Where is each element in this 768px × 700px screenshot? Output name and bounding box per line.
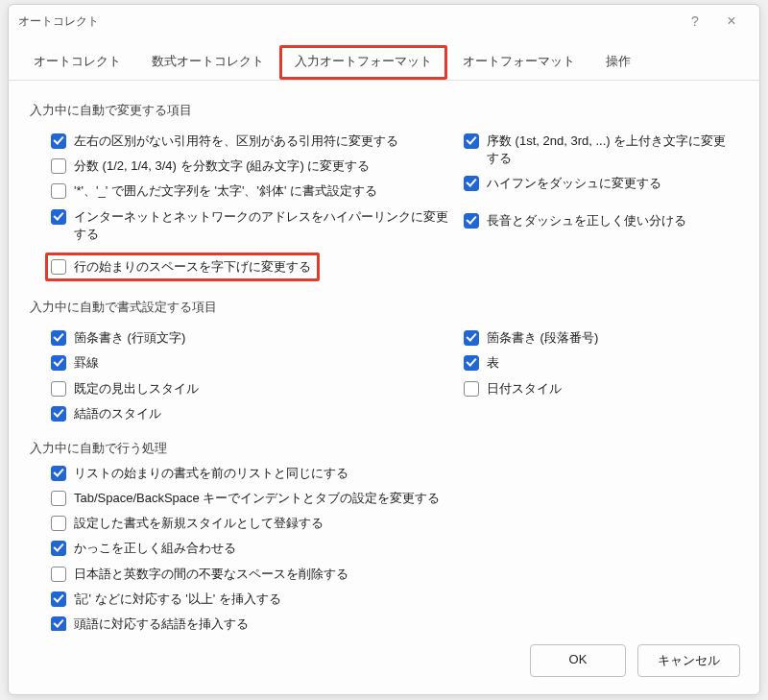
checkbox[interactable]	[464, 330, 479, 346]
checkbox[interactable]	[51, 406, 66, 422]
checkbox[interactable]	[51, 516, 66, 531]
chk-heading-styles[interactable]: 既定の見出しスタイル	[51, 380, 454, 398]
checkbox-label: 分数 (1/2, 1/4, 3/4) を分数文字 (組み文字) に変更する	[74, 157, 370, 175]
checkbox[interactable]	[51, 133, 66, 149]
checkbox[interactable]	[51, 259, 66, 275]
checkbox-label: 頭語に対応する結語を挿入する	[74, 616, 249, 631]
chk-insert-ijo[interactable]: '記' などに対応する '以上' を挿入する	[51, 591, 738, 608]
checkbox-label: 結語のスタイル	[74, 405, 161, 422]
checkbox[interactable]	[51, 616, 66, 631]
checkbox[interactable]	[51, 209, 66, 225]
chk-bold-italic[interactable]: '*'、'_' で囲んだ文字列を '太字'、'斜体' に書式設定する	[51, 182, 454, 200]
checkbox[interactable]	[51, 183, 66, 199]
chk-insert-closing-phrase[interactable]: 頭語に対応する結語を挿入する	[51, 616, 738, 631]
checkbox-label: 箇条書き (行頭文字)	[74, 329, 185, 347]
ok-button[interactable]: OK	[530, 644, 626, 677]
autocorrect-dialog: オートコレクト ? × オートコレクト 数式オートコレクト 入力オートフォーマッ…	[8, 4, 760, 695]
tab-bar: オートコレクト 数式オートコレクト 入力オートフォーマット オートフォーマット …	[9, 41, 759, 81]
section1-label: 入力中に自動で変更する項目	[30, 102, 738, 119]
checkbox-label: ハイフンをダッシュに変更する	[487, 175, 661, 192]
checkbox[interactable]	[51, 567, 66, 582]
tab-autocorrect[interactable]: オートコレクト	[18, 45, 136, 80]
checkbox-label: 箇条書き (段落番号)	[487, 329, 598, 347]
checkbox-label: 長音とダッシュを正しく使い分ける	[487, 212, 686, 229]
section3-label: 入力中に自動で行う処理	[30, 440, 738, 457]
checkbox[interactable]	[51, 491, 66, 506]
checkbox[interactable]	[51, 466, 66, 481]
chk-border-lines[interactable]: 罫線	[51, 354, 454, 372]
chk-delete-jp-en-spaces[interactable]: 日本語と英数字の間の不要なスペースを削除する	[51, 566, 738, 583]
checkbox[interactable]	[464, 381, 479, 397]
chk-smart-quotes[interactable]: 左右の区別がない引用符を、区別がある引用符に変更する	[51, 133, 454, 150]
checkbox[interactable]	[464, 213, 479, 229]
checkbox[interactable]	[51, 158, 66, 174]
chk-hyperlinks[interactable]: インターネットとネットワークのアドレスをハイパーリンクに変更する	[51, 208, 454, 243]
checkbox[interactable]	[51, 381, 66, 397]
checkbox[interactable]	[51, 591, 66, 607]
checkbox[interactable]	[464, 133, 479, 149]
checkbox-label: 日付スタイル	[487, 380, 562, 398]
tab-autoformat[interactable]: オートフォーマット	[447, 45, 590, 80]
checkbox-label: 左右の区別がない引用符を、区別がある引用符に変更する	[74, 133, 398, 150]
chk-date-style[interactable]: 日付スタイル	[464, 380, 738, 398]
close-button[interactable]: ×	[713, 13, 750, 29]
chk-define-styles[interactable]: 設定した書式を新規スタイルとして登録する	[51, 515, 738, 532]
titlebar: オートコレクト ? ×	[9, 5, 759, 37]
checkbox[interactable]	[51, 355, 66, 371]
checkbox-label: 日本語と英数字の間の不要なスペースを削除する	[74, 566, 348, 583]
checkbox-label: インターネットとネットワークのアドレスをハイパーリンクに変更する	[74, 208, 454, 243]
chk-hyphen-dash[interactable]: ハイフンをダッシュに変更する	[464, 175, 738, 192]
section2-label: 入力中に自動で書式設定する項目	[30, 299, 738, 316]
chk-closing-style[interactable]: 結語のスタイル	[51, 405, 454, 422]
tab-content: 入力中に自動で変更する項目 左右の区別がない引用符を、区別がある引用符に変更する…	[9, 81, 759, 631]
chk-match-parentheses[interactable]: かっこを正しく組み合わせる	[51, 540, 738, 557]
checkbox-label: '記' などに対応する '以上' を挿入する	[74, 591, 281, 608]
dialog-title: オートコレクト	[18, 13, 677, 30]
tab-math-autocorrect[interactable]: 数式オートコレクト	[136, 45, 279, 80]
chk-ordinals[interactable]: 序数 (1st, 2nd, 3rd, ...) を上付き文字に変更する	[464, 133, 738, 167]
chk-tables[interactable]: 表	[464, 354, 738, 372]
cancel-button[interactable]: キャンセル	[637, 644, 740, 677]
checkbox-label: '*'、'_' で囲んだ文字列を '太字'、'斜体' に書式設定する	[74, 182, 377, 200]
checkbox[interactable]	[464, 355, 479, 371]
chk-indent-spaces[interactable]: 行の始まりのスペースを字下げに変更する	[51, 258, 311, 276]
checkbox-label: 行の始まりのスペースを字下げに変更する	[74, 258, 311, 276]
tab-autoformat-as-you-type[interactable]: 入力オートフォーマット	[279, 45, 447, 80]
checkbox-label: 既定の見出しスタイル	[74, 380, 199, 398]
checkbox-label: 序数 (1st, 2nd, 3rd, ...) を上付き文字に変更する	[487, 133, 738, 167]
checkbox-label: かっこを正しく組み合わせる	[74, 540, 236, 557]
checkbox[interactable]	[51, 541, 66, 556]
checkbox-label: 設定した書式を新規スタイルとして登録する	[74, 515, 324, 532]
chk-numbered-list[interactable]: 箇条書き (段落番号)	[464, 329, 738, 347]
chk-tab-space-backspace-indent[interactable]: Tab/Space/BackSpace キーでインデントとタブの設定を変更する	[51, 490, 738, 507]
dialog-footer: OK キャンセル	[9, 631, 759, 694]
checkbox-label: リストの始まりの書式を前のリストと同じにする	[74, 465, 348, 482]
checkbox-label: 罫線	[74, 354, 99, 372]
chk-long-sound-dash[interactable]: 長音とダッシュを正しく使い分ける	[464, 212, 738, 229]
chk-bullet-list[interactable]: 箇条書き (行頭文字)	[51, 329, 454, 347]
chk-fractions[interactable]: 分数 (1/2, 1/4, 3/4) を分数文字 (組み文字) に変更する	[51, 157, 454, 175]
checkbox[interactable]	[51, 330, 66, 346]
chk-format-list-like-previous[interactable]: リストの始まりの書式を前のリストと同じにする	[51, 465, 738, 482]
highlighted-option: 行の始まりのスペースを字下げに変更する	[45, 253, 320, 281]
checkbox[interactable]	[464, 176, 479, 191]
checkbox-label: 表	[487, 354, 499, 372]
tab-actions[interactable]: 操作	[590, 45, 646, 80]
checkbox-label: Tab/Space/BackSpace キーでインデントとタブの設定を変更する	[74, 490, 440, 507]
help-button[interactable]: ?	[677, 13, 713, 29]
